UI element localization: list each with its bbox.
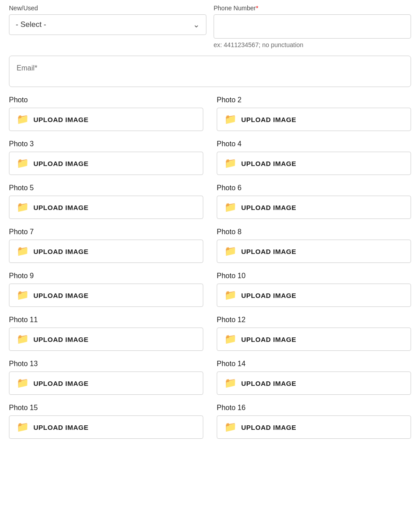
- phone-group: Phone Number* ex: 4411234567; no punctua…: [214, 4, 411, 48]
- upload-label: UPLOAD IMAGE: [34, 248, 89, 255]
- email-required-star: *: [35, 64, 37, 72]
- email-row: Email*: [9, 56, 411, 87]
- folder-icon: 📁: [17, 201, 29, 213]
- upload-label: UPLOAD IMAGE: [241, 336, 297, 343]
- upload-btn-7[interactable]: 📁UPLOAD IMAGE: [9, 240, 203, 263]
- photo-label-14: Photo 14: [217, 360, 411, 368]
- photo-item-15: Photo 15📁UPLOAD IMAGE: [9, 404, 203, 439]
- folder-icon: 📁: [17, 114, 29, 125]
- photo-item-1: Photo📁UPLOAD IMAGE: [9, 96, 203, 131]
- folder-icon: 📁: [17, 333, 29, 345]
- upload-label: UPLOAD IMAGE: [34, 160, 89, 167]
- page-wrapper: New/Used - Select - ⌄ Phone Number* ex: …: [0, 0, 420, 457]
- upload-label: UPLOAD IMAGE: [241, 116, 297, 123]
- new-used-group: New/Used - Select - ⌄: [9, 4, 206, 48]
- photo-label-5: Photo 5: [9, 184, 203, 192]
- photo-item-7: Photo 7📁UPLOAD IMAGE: [9, 228, 203, 263]
- photo-label-15: Photo 15: [9, 404, 203, 412]
- upload-btn-10[interactable]: 📁UPLOAD IMAGE: [217, 284, 411, 307]
- upload-btn-13[interactable]: 📁UPLOAD IMAGE: [9, 372, 203, 395]
- photo-item-5: Photo 5📁UPLOAD IMAGE: [9, 184, 203, 219]
- upload-label: UPLOAD IMAGE: [34, 380, 89, 387]
- photo-item-4: Photo 4📁UPLOAD IMAGE: [217, 140, 411, 175]
- folder-icon: 📁: [224, 333, 237, 345]
- folder-icon: 📁: [224, 289, 237, 301]
- upload-btn-1[interactable]: 📁UPLOAD IMAGE: [9, 108, 203, 131]
- upload-label: UPLOAD IMAGE: [34, 336, 89, 343]
- email-field[interactable]: Email*: [9, 56, 411, 87]
- folder-icon: 📁: [17, 377, 29, 389]
- photo-item-2: Photo 2📁UPLOAD IMAGE: [217, 96, 411, 131]
- upload-label: UPLOAD IMAGE: [241, 160, 297, 167]
- upload-btn-8[interactable]: 📁UPLOAD IMAGE: [217, 240, 411, 263]
- phone-input[interactable]: [214, 14, 411, 39]
- new-used-value: - Select -: [16, 20, 46, 29]
- photo-label-2: Photo 2: [217, 96, 411, 104]
- folder-icon: 📁: [17, 421, 29, 433]
- upload-btn-9[interactable]: 📁UPLOAD IMAGE: [9, 284, 203, 307]
- upload-btn-14[interactable]: 📁UPLOAD IMAGE: [217, 372, 411, 395]
- folder-icon: 📁: [17, 245, 29, 257]
- photo-label-12: Photo 12: [217, 316, 411, 324]
- photo-label-11: Photo 11: [9, 316, 203, 324]
- photo-label-16: Photo 16: [217, 404, 411, 412]
- upload-label: UPLOAD IMAGE: [241, 204, 297, 211]
- upload-label: UPLOAD IMAGE: [34, 204, 89, 211]
- upload-label: UPLOAD IMAGE: [241, 424, 297, 431]
- photo-label-8: Photo 8: [217, 228, 411, 236]
- upload-btn-4[interactable]: 📁UPLOAD IMAGE: [217, 152, 411, 175]
- photo-label-1: Photo: [9, 96, 203, 104]
- upload-label: UPLOAD IMAGE: [34, 116, 89, 123]
- photo-label-7: Photo 7: [9, 228, 203, 236]
- upload-btn-6[interactable]: 📁UPLOAD IMAGE: [217, 196, 411, 219]
- folder-icon: 📁: [17, 289, 29, 301]
- upload-btn-2[interactable]: 📁UPLOAD IMAGE: [217, 108, 411, 131]
- top-row: New/Used - Select - ⌄ Phone Number* ex: …: [9, 4, 411, 48]
- folder-icon: 📁: [17, 157, 29, 169]
- new-used-label: New/Used: [9, 4, 206, 12]
- photo-grid: Photo📁UPLOAD IMAGEPhoto 2📁UPLOAD IMAGEPh…: [9, 96, 411, 448]
- upload-btn-15[interactable]: 📁UPLOAD IMAGE: [9, 415, 203, 439]
- photo-item-11: Photo 11📁UPLOAD IMAGE: [9, 316, 203, 351]
- phone-hint: ex: 4411234567; no punctuation: [214, 41, 411, 48]
- photo-item-14: Photo 14📁UPLOAD IMAGE: [217, 360, 411, 395]
- photo-item-6: Photo 6📁UPLOAD IMAGE: [217, 184, 411, 219]
- upload-label: UPLOAD IMAGE: [241, 380, 297, 387]
- upload-btn-5[interactable]: 📁UPLOAD IMAGE: [9, 196, 203, 219]
- folder-icon: 📁: [224, 114, 237, 125]
- upload-btn-11[interactable]: 📁UPLOAD IMAGE: [9, 328, 203, 351]
- photo-item-16: Photo 16📁UPLOAD IMAGE: [217, 404, 411, 439]
- photo-item-13: Photo 13📁UPLOAD IMAGE: [9, 360, 203, 395]
- new-used-select[interactable]: - Select - ⌄: [9, 14, 206, 35]
- photo-label-10: Photo 10: [217, 272, 411, 280]
- upload-label: UPLOAD IMAGE: [34, 292, 89, 299]
- photo-label-9: Photo 9: [9, 272, 203, 280]
- folder-icon: 📁: [224, 201, 237, 213]
- photo-item-9: Photo 9📁UPLOAD IMAGE: [9, 272, 203, 307]
- photo-label-3: Photo 3: [9, 140, 203, 148]
- upload-btn-16[interactable]: 📁UPLOAD IMAGE: [217, 415, 411, 439]
- chevron-down-icon: ⌄: [193, 20, 200, 30]
- folder-icon: 📁: [224, 377, 237, 389]
- upload-label: UPLOAD IMAGE: [34, 424, 89, 431]
- photo-item-3: Photo 3📁UPLOAD IMAGE: [9, 140, 203, 175]
- photo-label-4: Photo 4: [217, 140, 411, 148]
- upload-label: UPLOAD IMAGE: [241, 248, 297, 255]
- photo-item-8: Photo 8📁UPLOAD IMAGE: [217, 228, 411, 263]
- folder-icon: 📁: [224, 421, 237, 433]
- upload-btn-12[interactable]: 📁UPLOAD IMAGE: [217, 328, 411, 351]
- folder-icon: 📁: [224, 157, 237, 169]
- photo-item-12: Photo 12📁UPLOAD IMAGE: [217, 316, 411, 351]
- phone-required-star: *: [256, 4, 258, 12]
- photo-item-10: Photo 10📁UPLOAD IMAGE: [217, 272, 411, 307]
- email-label-text: Email*: [17, 64, 37, 72]
- folder-icon: 📁: [224, 245, 237, 257]
- photo-label-13: Photo 13: [9, 360, 203, 368]
- phone-label: Phone Number*: [214, 4, 411, 12]
- photo-label-6: Photo 6: [217, 184, 411, 192]
- upload-label: UPLOAD IMAGE: [241, 292, 297, 299]
- upload-btn-3[interactable]: 📁UPLOAD IMAGE: [9, 152, 203, 175]
